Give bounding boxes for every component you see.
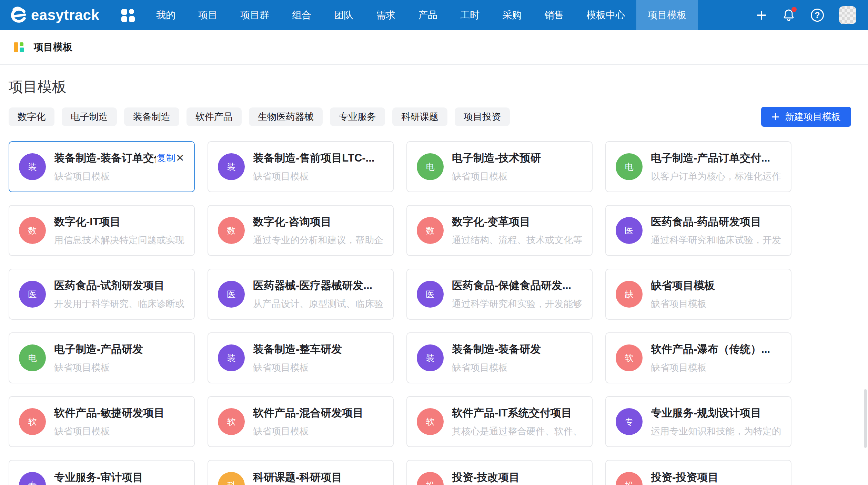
template-subtitle: 缺省项目模板 [253,361,383,374]
breadcrumb: 项目模板 [0,30,868,65]
template-title: 医药食品-药品研发项目 [651,215,761,229]
template-card[interactable]: 专专业服务-规划设计项目运用专业知识和技能，为特定的目... [605,396,791,447]
template-avatar: 医 [616,217,643,244]
nav-item-8[interactable]: 采购 [491,0,533,30]
template-subtitle: 缺省项目模板 [452,170,582,183]
template-title: 缺省项目模板 [651,278,715,293]
template-card[interactable]: 数数字化-IT项目用信息技术解决特定问题或实现特... [9,205,195,256]
template-title: 数字化-变革项目 [452,215,530,229]
template-subtitle: 其核心是通过整合硬件、软件、网... [452,425,582,437]
nav-right: + ? [756,6,868,24]
new-template-button[interactable]: + 新建项目模板 [761,107,851,127]
notifications-bell-icon[interactable] [782,8,796,22]
template-grid: 装装备制造-装备订单交付复制✕缺省项目模板装装备制造-售前项目LTC-...缺省… [9,141,859,485]
template-card[interactable]: 装装备制造-装备研发缺省项目模板 [406,332,593,383]
user-avatar[interactable] [839,6,856,24]
template-title: 装备制造-装备订单交付 [54,151,156,165]
app-logo[interactable]: easytrack [8,6,99,25]
template-title: 装备制造-整车研发 [253,342,342,357]
logo-swoosh-icon [8,6,28,25]
nav-item-2[interactable]: 项目群 [229,0,281,30]
template-subtitle: 用信息技术解决特定问题或实现特... [54,234,184,246]
template-title: 软件产品-IT系统交付项目 [452,406,572,420]
template-title: 电子制造-产品研发 [54,342,143,357]
nav-item-9[interactable]: 销售 [533,0,575,30]
template-card[interactable]: 科科研课题-科研项目 [208,460,394,485]
nav-item-4[interactable]: 团队 [323,0,365,30]
template-avatar: 缺 [616,281,643,308]
template-card[interactable]: 医医药食品-试剂研发项目开发用于科学研究、临床诊断或治... [9,269,195,320]
template-card[interactable]: 电电子制造-技术预研缺省项目模板 [406,141,593,192]
template-avatar: 电 [616,153,643,180]
template-card[interactable]: 医医药食品-保健食品研发...通过科学研究和实验，开发能够促... [406,269,593,320]
template-card[interactable]: 医医药器械-医疗器械研发...从产品设计、原型测试、临床验证... [208,269,394,320]
nav-item-11[interactable]: 项目模板 [636,0,698,30]
tag-filter-3[interactable]: 软件产品 [186,107,242,126]
template-subtitle: 通过科学研究和实验，开发能够促... [452,298,582,310]
template-avatar: 专 [19,472,46,485]
apps-grid-icon[interactable] [121,8,136,23]
global-add-icon[interactable]: + [756,8,767,22]
copy-template-link[interactable]: 复制 [157,152,175,164]
template-card[interactable]: 投投资-技改项目 [406,460,593,485]
nav-item-5[interactable]: 需求 [365,0,407,30]
template-avatar: 装 [19,153,46,180]
template-subtitle: 从产品设计、原型测试、临床验证... [253,298,383,310]
template-card[interactable]: 数数字化-咨询项目通过专业的分析和建议，帮助企业... [208,205,394,256]
nav-item-10[interactable]: 模板中心 [575,0,636,30]
template-title: 科研课题-科研项目 [253,470,342,485]
template-card[interactable]: 投投资-投资项目 [605,460,791,485]
tag-filter-6[interactable]: 科研课题 [392,107,447,126]
template-card[interactable]: 医医药食品-药品研发项目通过科学研究和临床试验，开发新... [605,205,791,256]
filter-row: 数字化电子制造装备制造软件产品生物医药器械专业服务科研课题项目投资 + 新建项目… [9,107,859,127]
template-title: 数字化-IT项目 [54,215,121,229]
close-icon[interactable]: ✕ [176,153,184,163]
template-subtitle: 缺省项目模板 [253,425,383,437]
template-avatar: 装 [218,344,245,371]
scrollbar-thumb[interactable] [864,389,867,448]
template-card[interactable]: 软软件产品-瀑布（传统）...缺省项目模板 [605,332,791,383]
nav-item-7[interactable]: 工时 [449,0,491,30]
nav-item-0[interactable]: 我的 [145,0,187,30]
nav-item-1[interactable]: 项目 [187,0,229,30]
template-subtitle: 缺省项目模板 [54,170,184,183]
template-title: 投资-技改项目 [452,470,519,485]
template-card[interactable]: 装装备制造-整车研发缺省项目模板 [208,332,394,383]
template-subtitle: 通过科学研究和临床试验，开发新... [651,234,781,246]
template-card[interactable]: 软软件产品-混合研发项目缺省项目模板 [208,396,394,447]
template-title: 医药食品-保健食品研发... [452,278,571,293]
template-title: 软件产品-混合研发项目 [253,406,363,420]
template-subtitle: 缺省项目模板 [651,298,781,310]
template-title: 软件产品-瀑布（传统）... [651,342,770,357]
template-card[interactable]: 装装备制造-装备订单交付复制✕缺省项目模板 [9,141,195,192]
template-title: 专业服务-审计项目 [54,470,143,485]
tag-filter-5[interactable]: 专业服务 [330,107,385,126]
template-subtitle: 缺省项目模板 [54,425,184,437]
tag-filter-2[interactable]: 装备制造 [124,107,179,126]
template-card[interactable]: 专专业服务-审计项目 [9,460,195,485]
template-avatar: 专 [616,408,643,435]
plus-icon: + [771,112,779,122]
template-card[interactable]: 数数字化-变革项目通过结构、流程、技术或文化等方... [406,205,593,256]
tag-filter-0[interactable]: 数字化 [9,107,54,126]
tag-filter-1[interactable]: 电子制造 [62,107,117,126]
main-nav: 我的项目项目群组合团队需求产品工时采购销售模板中心项目模板 [145,0,698,30]
template-subtitle: 通过专业的分析和建议，帮助企业... [253,234,383,246]
template-card[interactable]: 装装备制造-售前项目LTC-...缺省项目模板 [208,141,394,192]
top-nav: easytrack 我的项目项目群组合团队需求产品工时采购销售模板中心项目模板 … [0,0,868,30]
tag-filter-4[interactable]: 生物医药器械 [249,107,323,126]
template-title: 软件产品-敏捷研发项目 [54,406,164,420]
template-card[interactable]: 电电子制造-产品研发缺省项目模板 [9,332,195,383]
template-avatar: 装 [218,153,245,180]
template-card[interactable]: 软软件产品-IT系统交付项目其核心是通过整合硬件、软件、网... [406,396,593,447]
template-avatar: 科 [218,472,245,485]
help-icon[interactable]: ? [811,9,824,22]
template-card[interactable]: 电电子制造-产品订单交付...以客户订单为核心，标准化运作实... [605,141,791,192]
template-card[interactable]: 软软件产品-敏捷研发项目缺省项目模板 [9,396,195,447]
nav-item-3[interactable]: 组合 [281,0,323,30]
nav-item-6[interactable]: 产品 [407,0,449,30]
tag-filter-7[interactable]: 项目投资 [455,107,510,126]
template-card[interactable]: 缺缺省项目模板缺省项目模板 [605,269,791,320]
template-title: 装备制造-装备研发 [452,342,541,357]
template-subtitle: 运用专业知识和技能，为特定的目... [651,425,781,437]
